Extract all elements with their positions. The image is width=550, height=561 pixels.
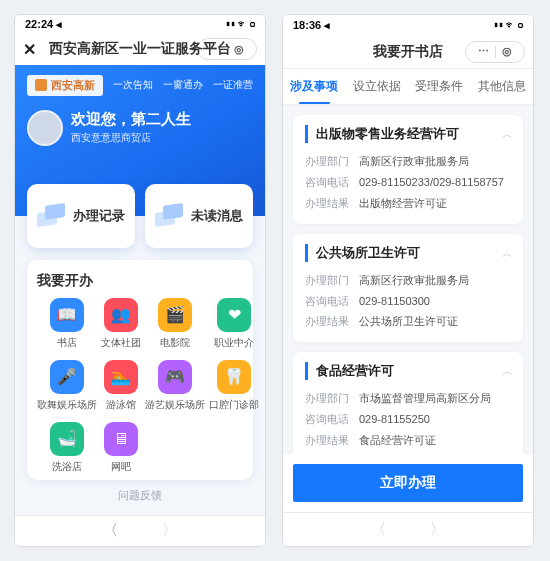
app-item[interactable]: 📖书店 — [37, 298, 97, 350]
app-label: 口腔门诊部 — [209, 398, 259, 412]
left-main: 我要开办 📖书店👥文体社团🎬电影院❤职业中介🎤歌舞娱乐场所🏊游泳馆🎮游艺娱乐场所… — [15, 216, 265, 515]
messages-icon — [155, 203, 183, 229]
card-messages[interactable]: 未读消息 — [145, 184, 253, 248]
app-icon: 🛁 — [50, 422, 84, 456]
app-label: 职业中介 — [214, 336, 254, 350]
label-dept: 办理部门 — [305, 151, 359, 172]
permit-card[interactable]: 出版物零售业务经营许可︿办理部门高新区行政审批服务局咨询电话029-811502… — [293, 115, 523, 224]
nav-back-icon[interactable]: 〈 — [103, 521, 118, 540]
status-bar: 22:24 ◂ ▮▮ ᯤ ▢ — [15, 15, 265, 33]
brand-badge: 西安高新 — [27, 75, 103, 96]
tab-item[interactable]: 涉及事项 — [283, 69, 346, 104]
card-title: 食品经营许可 — [305, 362, 511, 380]
app-icon: 🎬 — [158, 298, 192, 332]
permit-card[interactable]: 食品经营许可︿办理部门市场监督管理局高新区分局咨询电话029-81155250办… — [293, 352, 523, 454]
tab-item[interactable]: 受理条件 — [408, 69, 471, 104]
submit-button[interactable]: 立即办理 — [293, 464, 523, 502]
app-item[interactable]: 👥文体社团 — [101, 298, 141, 350]
tab-item[interactable]: 设立依据 — [346, 69, 409, 104]
label-dept: 办理部门 — [305, 388, 359, 409]
app-item[interactable]: ❤职业中介 — [209, 298, 259, 350]
app-label: 网吧 — [111, 460, 131, 474]
app-item[interactable]: 🖥网吧 — [101, 422, 141, 474]
app-icon: 🎤 — [50, 360, 84, 394]
history-icon — [37, 203, 65, 229]
value-phone: 029-81155250 — [359, 409, 511, 430]
app-item[interactable]: 🎮游艺娱乐场所 — [145, 360, 205, 412]
chevron-up-icon[interactable]: ︿ — [502, 364, 513, 379]
status-indicators: ▮▮ ᯤ ▢ — [226, 19, 255, 29]
nav-back-icon[interactable]: 〈 — [371, 520, 386, 539]
navbar: 我要开书店 ⋯ ◎ — [283, 35, 533, 69]
app-icon: 🎮 — [158, 360, 192, 394]
label-dept: 办理部门 — [305, 270, 359, 291]
app-label: 洗浴店 — [52, 460, 82, 474]
value-dept: 市场监督管理局高新区分局 — [359, 388, 511, 409]
card-messages-label: 未读消息 — [191, 207, 243, 225]
hero: 西安高新 一次告知 一窗通办 一证准营 欢迎您，第二人生 西安意意思商贸店 办理… — [15, 65, 265, 216]
app-icon: 🦷 — [217, 360, 251, 394]
brand-text: 西安高新 — [51, 78, 95, 93]
avatar[interactable] — [27, 110, 63, 146]
navbar: ✕ 西安高新区一业一证服务平台 ⋯ ◎ — [15, 33, 265, 64]
app-icon: 👥 — [104, 298, 138, 332]
app-icon: ❤ — [217, 298, 251, 332]
app-icon: 🏊 — [104, 360, 138, 394]
label-phone: 咨询电话 — [305, 409, 359, 430]
card-history[interactable]: 办理记录 — [27, 184, 135, 248]
feedback-link[interactable]: 问题反馈 — [27, 480, 253, 507]
app-item[interactable]: 🎤歌舞娱乐场所 — [37, 360, 97, 412]
value-dept: 高新区行政审批服务局 — [359, 151, 511, 172]
label-result: 办理结果 — [305, 430, 359, 451]
nav-forward-icon[interactable]: 〉 — [162, 521, 177, 540]
app-label: 歌舞娱乐场所 — [37, 398, 97, 412]
value-phone: 029-81150233/029-81158757 — [359, 172, 511, 193]
app-icon: 🖥 — [104, 422, 138, 456]
label-phone: 咨询电话 — [305, 172, 359, 193]
app-item[interactable]: 🏊游泳馆 — [101, 360, 141, 412]
chevron-up-icon[interactable]: ︿ — [502, 127, 513, 142]
label-result: 办理结果 — [305, 311, 359, 332]
status-bar: 18:36 ◂ ▮▮ ᯤ ▢ — [283, 15, 533, 35]
app-item[interactable]: 🛁洗浴店 — [37, 422, 97, 474]
app-label: 游泳馆 — [106, 398, 136, 412]
app-icon: 📖 — [50, 298, 84, 332]
brand-logo-icon — [35, 79, 47, 91]
app-item[interactable]: 🦷口腔门诊部 — [209, 360, 259, 412]
welcome-block: 欢迎您，第二人生 西安意意思商贸店 — [27, 110, 253, 146]
phone-right: 18:36 ◂ ▮▮ ᯤ ▢ 我要开书店 ⋯ ◎ 涉及事项设立依据受理条件其他信… — [282, 14, 534, 547]
value-result: 公共场所卫生许可证 — [359, 311, 511, 332]
app-grid: 📖书店👥文体社团🎬电影院❤职业中介🎤歌舞娱乐场所🏊游泳馆🎮游艺娱乐场所🦷口腔门诊… — [37, 298, 243, 474]
app-item[interactable]: 🎬电影院 — [145, 298, 205, 350]
card-title: 出版物零售业务经营许可 — [305, 125, 511, 143]
page-title: 我要开书店 — [283, 43, 533, 61]
open-panel: 我要开办 📖书店👥文体社团🎬电影院❤职业中介🎤歌舞娱乐场所🏊游泳馆🎮游艺娱乐场所… — [27, 260, 253, 480]
permit-card[interactable]: 公共场所卫生许可︿办理部门高新区行政审批服务局咨询电话029-81150300办… — [293, 234, 523, 343]
label-result: 办理结果 — [305, 193, 359, 214]
card-title: 公共场所卫生许可 — [305, 244, 511, 262]
value-result: 出版物经营许可证 — [359, 193, 511, 214]
value-result: 食品经营许可证 — [359, 430, 511, 451]
hero-slogan: 一次告知 一窗通办 一证准营 — [113, 78, 253, 92]
welcome-text: 欢迎您，第二人生 — [71, 110, 191, 129]
phone-left: 22:24 ◂ ▮▮ ᯤ ▢ ✕ 西安高新区一业一证服务平台 ⋯ ◎ 西安高新 … — [14, 14, 266, 547]
right-main: 出版物零售业务经营许可︿办理部门高新区行政审批服务局咨询电话029-811502… — [283, 105, 533, 454]
card-history-label: 办理记录 — [73, 207, 125, 225]
status-indicators: ▮▮ ᯤ ▢ — [494, 20, 523, 30]
status-time: 18:36 ◂ — [293, 19, 330, 32]
panel-title: 我要开办 — [37, 272, 243, 290]
org-text: 西安意意思商贸店 — [71, 131, 191, 145]
nav-forward-icon[interactable]: 〉 — [430, 520, 445, 539]
status-time: 22:24 ◂ — [25, 18, 62, 31]
app-label: 书店 — [57, 336, 77, 350]
app-label: 文体社团 — [101, 336, 141, 350]
chevron-up-icon[interactable]: ︿ — [502, 246, 513, 261]
cta-wrap: 立即办理 — [283, 454, 533, 512]
bottom-nav: 〈 〉 — [283, 512, 533, 546]
app-label: 游艺娱乐场所 — [145, 398, 205, 412]
label-phone: 咨询电话 — [305, 291, 359, 312]
bottom-nav: 〈 〉 — [15, 515, 265, 546]
value-phone: 029-81150300 — [359, 291, 511, 312]
tab-item[interactable]: 其他信息 — [471, 69, 534, 104]
tab-bar: 涉及事项设立依据受理条件其他信息 — [283, 69, 533, 105]
